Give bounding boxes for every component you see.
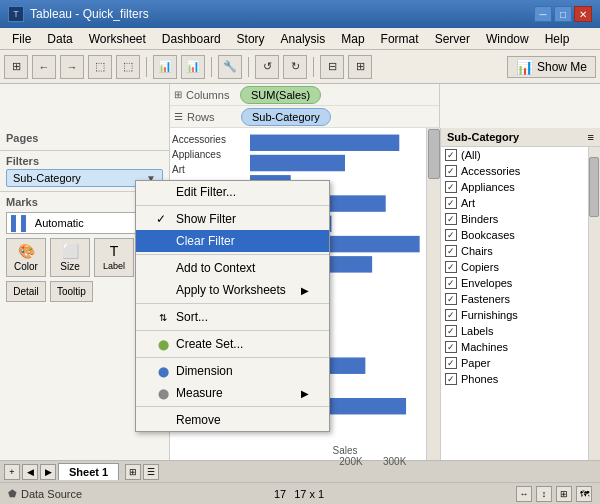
menu-server[interactable]: Server: [427, 30, 478, 48]
menu-map[interactable]: Map: [333, 30, 372, 48]
filter-checkbox[interactable]: [445, 181, 457, 193]
toolbar-btn-8[interactable]: ⊞: [348, 55, 372, 79]
show-me-button[interactable]: 📊 Show Me: [507, 56, 596, 78]
undo-button[interactable]: ↺: [255, 55, 279, 79]
filter-list-item[interactable]: Binders: [441, 211, 600, 227]
filter-checkbox[interactable]: [445, 261, 457, 273]
grid-view-button[interactable]: ⊞: [125, 464, 141, 480]
toolbar-btn-3[interactable]: ⬚: [116, 55, 140, 79]
filter-scroll-thumb[interactable]: [589, 157, 599, 217]
nav-right-button[interactable]: ▶: [40, 464, 56, 480]
filter-item-label: Art: [461, 197, 475, 209]
sort-item[interactable]: ⇅ Sort...: [136, 306, 329, 328]
filter-item-label: Bookcases: [461, 229, 515, 241]
status-right: 17 17 x 1: [274, 488, 324, 500]
filter-list-item[interactable]: Paper: [441, 355, 600, 371]
redo-button[interactable]: ↻: [283, 55, 307, 79]
zoom-button[interactable]: ⊞: [556, 486, 572, 502]
list-view-button[interactable]: ☰: [143, 464, 159, 480]
filter-list-item[interactable]: Machines: [441, 339, 600, 355]
toolbar-btn-7[interactable]: ⊟: [320, 55, 344, 79]
filter-list-item[interactable]: Accessories: [441, 163, 600, 179]
back-button[interactable]: ←: [32, 55, 56, 79]
add-to-context-item[interactable]: Add to Context: [136, 257, 329, 279]
toolbar-btn-5[interactable]: 📊: [181, 55, 205, 79]
filter-list-item[interactable]: Art: [441, 195, 600, 211]
filter-checkbox[interactable]: [445, 309, 457, 321]
minimize-button[interactable]: ─: [534, 6, 552, 22]
filter-checkbox[interactable]: [445, 197, 457, 209]
chart-scroll-thumb[interactable]: [428, 129, 440, 179]
filter-list-item[interactable]: Appliances: [441, 179, 600, 195]
filter-list-item[interactable]: Furnishings: [441, 307, 600, 323]
filter-checkbox[interactable]: [445, 245, 457, 257]
maximize-button[interactable]: □: [554, 6, 572, 22]
filter-list-item[interactable]: Fasteners: [441, 291, 600, 307]
filter-scroll[interactable]: (All)AccessoriesAppliancesArtBindersBook…: [441, 147, 600, 460]
menu-format[interactable]: Format: [373, 30, 427, 48]
filter-checkbox[interactable]: [445, 325, 457, 337]
filter-item-label: Furnishings: [461, 309, 518, 321]
map-button[interactable]: 🗺: [576, 486, 592, 502]
rows-pill[interactable]: Sub-Category: [241, 108, 331, 126]
filter-checkbox[interactable]: [445, 341, 457, 353]
clear-filter-item[interactable]: Clear Filter: [136, 230, 329, 252]
measure-label: Measure: [176, 386, 295, 400]
menu-worksheet[interactable]: Worksheet: [81, 30, 154, 48]
filter-checkbox[interactable]: [445, 277, 457, 289]
chart-scrollbar[interactable]: [426, 128, 440, 460]
app-title: Tableau - Quick_filters: [30, 7, 149, 21]
context-menu: Edit Filter... ✓ Show Filter Clear Filte…: [135, 180, 330, 432]
menu-analysis[interactable]: Analysis: [273, 30, 334, 48]
create-set-item[interactable]: ⬤ Create Set...: [136, 333, 329, 355]
remove-item[interactable]: Remove: [136, 409, 329, 431]
window-controls[interactable]: ─ □ ✕: [534, 6, 592, 22]
toolbar-btn-2[interactable]: ⬚: [88, 55, 112, 79]
filter-list-item[interactable]: Chairs: [441, 243, 600, 259]
nav-left-button[interactable]: ◀: [22, 464, 38, 480]
filter-checkbox[interactable]: [445, 293, 457, 305]
filter-list-item[interactable]: Envelopes: [441, 275, 600, 291]
dimension-item[interactable]: ⬤ Dimension: [136, 360, 329, 382]
sheet1-tab[interactable]: Sheet 1: [58, 463, 119, 480]
apply-to-worksheets-item[interactable]: Apply to Worksheets: [136, 279, 329, 301]
toolbar-btn-4[interactable]: 📊: [153, 55, 177, 79]
filter-checkbox[interactable]: [445, 373, 457, 385]
filter-checkbox[interactable]: [445, 229, 457, 241]
fit-height-button[interactable]: ↕: [536, 486, 552, 502]
color-button[interactable]: 🎨 Color: [6, 238, 46, 277]
menu-dashboard[interactable]: Dashboard: [154, 30, 229, 48]
filter-list-item[interactable]: Labels: [441, 323, 600, 339]
menu-file[interactable]: File: [4, 30, 39, 48]
menu-help[interactable]: Help: [537, 30, 578, 48]
label-button[interactable]: T Label: [94, 238, 134, 277]
filter-checkbox[interactable]: [445, 149, 457, 161]
forward-button[interactable]: →: [60, 55, 84, 79]
detail-button[interactable]: Detail: [6, 281, 46, 302]
filter-checkbox[interactable]: [445, 213, 457, 225]
size-button[interactable]: ⬜ Size: [50, 238, 90, 277]
filter-list-item[interactable]: Bookcases: [441, 227, 600, 243]
show-filter-item[interactable]: ✓ Show Filter: [136, 208, 329, 230]
measure-item[interactable]: ⬤ Measure: [136, 382, 329, 404]
fit-width-button[interactable]: ↔: [516, 486, 532, 502]
menu-data[interactable]: Data: [39, 30, 80, 48]
filter-list-item[interactable]: Copiers: [441, 259, 600, 275]
filter-checkbox[interactable]: [445, 165, 457, 177]
status-bar: ⬟ Data Source 17 17 x 1 ↔ ↕ ⊞ 🗺: [0, 482, 600, 504]
columns-pill[interactable]: SUM(Sales): [240, 86, 321, 104]
tooltip-button[interactable]: Tooltip: [50, 281, 93, 302]
menu-story[interactable]: Story: [229, 30, 273, 48]
filter-panel-menu-icon[interactable]: ≡: [588, 131, 594, 143]
filter-list-item[interactable]: Phones: [441, 371, 600, 387]
filter-scrollbar[interactable]: [588, 147, 600, 460]
filter-list-item[interactable]: (All): [441, 147, 600, 163]
toolbar-btn-6[interactable]: 🔧: [218, 55, 242, 79]
edit-filter-item[interactable]: Edit Filter...: [136, 181, 329, 203]
menu-window[interactable]: Window: [478, 30, 537, 48]
add-sheet-button[interactable]: +: [4, 464, 20, 480]
toolbar-btn-1[interactable]: ⊞: [4, 55, 28, 79]
close-button[interactable]: ✕: [574, 6, 592, 22]
datasource-indicator[interactable]: ⬟ Data Source: [8, 488, 82, 500]
filter-checkbox[interactable]: [445, 357, 457, 369]
